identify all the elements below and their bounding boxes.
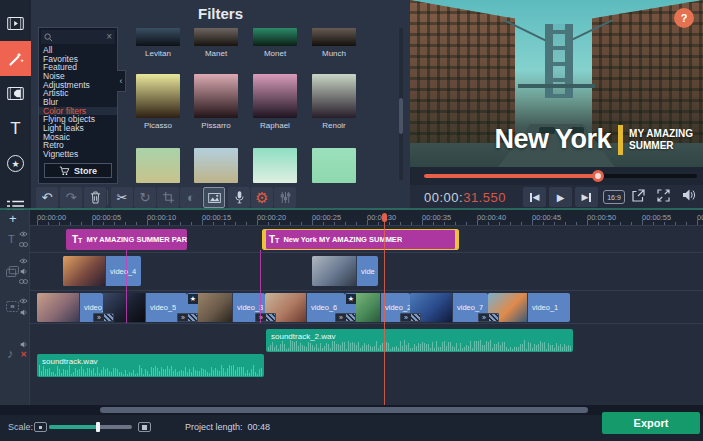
video-track-visibility-eye-icon[interactable]: [19, 297, 28, 305]
title-clip[interactable]: TTNew York MY AMAZING SUMMER: [262, 229, 459, 250]
sidebar-item-titles[interactable]: T: [0, 111, 31, 146]
ruler-tick: [466, 222, 467, 225]
play-button[interactable]: ▶: [549, 187, 572, 207]
seek-bar[interactable]: [424, 174, 697, 178]
aspect-ratio-button[interactable]: 16:9: [603, 190, 625, 204]
filter-card[interactable]: [136, 148, 180, 183]
sidebar-item-filters[interactable]: [0, 41, 31, 76]
filter-card[interactable]: Pissarro: [194, 74, 238, 130]
rotate-icon: ↻: [140, 190, 151, 205]
volume-button[interactable]: [682, 189, 696, 201]
filter-card[interactable]: Manet: [194, 28, 238, 58]
seek-handle[interactable]: [592, 170, 604, 182]
title-track-link-icon[interactable]: [19, 240, 28, 248]
video-clip[interactable]: video_6: [265, 293, 345, 322]
filter-card[interactable]: [312, 148, 356, 183]
audio-clip[interactable]: soundtrack_2.wav: [266, 329, 573, 352]
store-button[interactable]: Store: [44, 163, 112, 178]
record-voice-button[interactable]: [228, 187, 250, 208]
ruler-tick: [290, 222, 291, 225]
clip-label: video_7: [453, 303, 483, 312]
overlay-track-link-icon[interactable]: [19, 277, 28, 285]
sidebar-item-media[interactable]: [0, 6, 31, 41]
toolbar-bottom-accent: [0, 208, 703, 210]
transition-arrow: »: [479, 314, 489, 321]
previous-frame-button[interactable]: ◀: [523, 187, 546, 207]
playhead-handle[interactable]: [382, 213, 387, 222]
video-clip[interactable]: ★video_3: [187, 293, 265, 322]
video-clip[interactable]: video_7: [410, 293, 488, 322]
preview-player[interactable]: New York MY AMAZING SUMMER ?: [410, 0, 703, 167]
overlay-video-clip[interactable]: video_4: [63, 256, 141, 286]
video-track-mute-speaker-icon[interactable]: [19, 308, 28, 316]
search-clear-icon[interactable]: ×: [106, 33, 112, 41]
add-track-button[interactable]: +: [9, 211, 17, 226]
filter-card[interactable]: [194, 148, 238, 183]
transition-badge[interactable]: »: [93, 313, 114, 322]
transition-badge[interactable]: »: [255, 313, 276, 322]
media-icon: [7, 17, 24, 30]
color-adjust-button[interactable]: ◐: [180, 187, 202, 208]
clip-thumbnail: [63, 256, 106, 286]
filter-card[interactable]: Renoir: [312, 74, 356, 130]
clip-properties-button[interactable]: ⚙: [251, 187, 273, 208]
filter-card[interactable]: Monet: [253, 28, 297, 58]
playhead-line[interactable]: [384, 222, 385, 405]
detach-preview-button[interactable]: [632, 189, 645, 202]
rotate-button[interactable]: ↻: [134, 187, 156, 208]
filters-tool-button[interactable]: [203, 187, 225, 208]
zoom-out-icon[interactable]: [34, 422, 47, 432]
split-button[interactable]: ✂: [111, 187, 133, 208]
delete-button[interactable]: [84, 187, 106, 208]
help-button[interactable]: ?: [674, 8, 694, 28]
filter-thumbnail: [194, 74, 238, 118]
transition-badge[interactable]: »: [400, 313, 421, 322]
export-button[interactable]: Export: [602, 412, 700, 434]
overlay-video-clip[interactable]: vide: [312, 256, 378, 286]
video-clip[interactable]: video_5: [103, 293, 187, 322]
audio-track-unlink-icon[interactable]: ✕: [19, 350, 28, 358]
undo-button[interactable]: ↶: [36, 187, 58, 208]
filter-card[interactable]: Levitan: [136, 28, 180, 58]
filters-scrollbar[interactable]: [399, 28, 403, 180]
scale-slider-handle[interactable]: [96, 422, 100, 432]
filter-card[interactable]: Raphael: [253, 74, 297, 130]
sidebar-item-transitions[interactable]: [0, 76, 31, 111]
scrollbar-thumb[interactable]: [100, 407, 588, 413]
zoom-in-icon[interactable]: [138, 422, 151, 432]
filter-name: Monet: [253, 49, 297, 58]
next-frame-button[interactable]: ▶: [575, 187, 598, 207]
edit-toolbar: ↶ ↷ ✂ ↻ ◐ ⚙: [31, 185, 410, 210]
filter-card[interactable]: [253, 148, 297, 183]
sidebar-item-stickers[interactable]: ★: [0, 146, 31, 181]
category-item[interactable]: Vignettes: [39, 150, 117, 159]
timeline-horizontal-scrollbar[interactable]: [0, 405, 703, 415]
timeline-ruler[interactable]: 00:00:0000:00:0500:00:1000:00:1500:00:20…: [0, 210, 703, 226]
audio-clip[interactable]: soundtrack.wav: [37, 354, 264, 377]
scale-slider[interactable]: [49, 425, 132, 429]
overlay-track-visibility-eye-icon[interactable]: [19, 257, 28, 265]
transition-badge[interactable]: »: [177, 313, 198, 322]
search-input[interactable]: ×: [41, 30, 115, 44]
clip-label: video_2: [381, 303, 410, 312]
title-link-line: [260, 250, 261, 323]
overlay-track-mute-speaker-icon[interactable]: [19, 267, 28, 275]
fullscreen-button[interactable]: [657, 189, 670, 202]
audio-track-note-icon: ♪: [7, 346, 14, 361]
title-track-visibility-eye-icon[interactable]: [19, 230, 28, 238]
cart-icon: [59, 166, 70, 176]
redo-button[interactable]: ↷: [60, 187, 82, 208]
filter-card[interactable]: Munch: [312, 28, 356, 58]
title-clip[interactable]: TTMY AMAZING SUMMER PARIS: [66, 229, 187, 250]
ruler-label: 00:01:00: [697, 213, 703, 222]
titles-icon: T: [10, 119, 20, 139]
crop-button[interactable]: [157, 187, 179, 208]
transition-badge[interactable]: »: [478, 313, 499, 322]
audio-levels-button[interactable]: [274, 187, 296, 208]
playback-bar: 00:00:31.550 ◀ ▶ ▶ 16:9: [410, 185, 703, 210]
audio-track-mute-speaker-icon[interactable]: [19, 340, 28, 348]
video-clip[interactable]: video_1: [488, 293, 570, 322]
filter-card[interactable]: Picasso: [136, 74, 180, 130]
collapse-panel-button[interactable]: ‹: [117, 70, 126, 92]
transition-badge[interactable]: »: [335, 313, 356, 322]
